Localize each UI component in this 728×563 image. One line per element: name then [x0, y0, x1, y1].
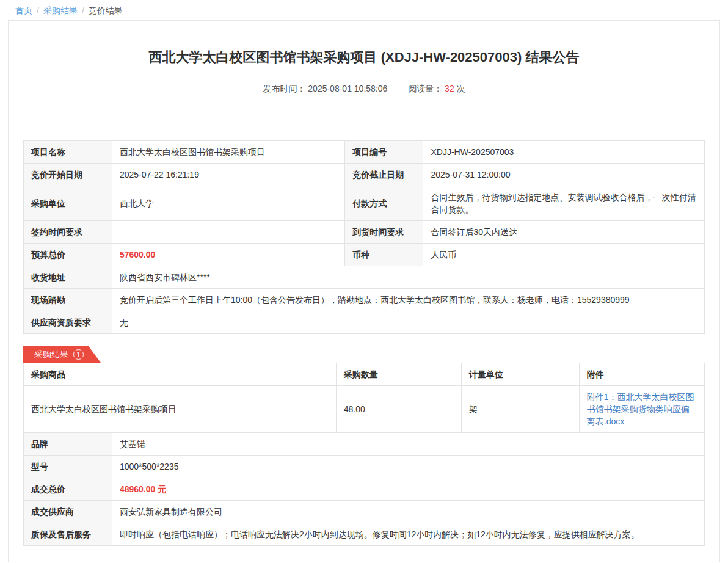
attachment-link[interactable]: 附件1：西北大学太白校区图书馆书架采购货物类响应偏离表.docx: [587, 392, 694, 426]
bid-end-value: 2025-07-31 12:00:00: [423, 164, 705, 186]
purchaser-label: 采购单位: [24, 186, 112, 221]
brand-value: 艾基锘: [112, 433, 704, 456]
signing-time-value: [112, 221, 344, 244]
currency-label: 币种: [345, 244, 423, 266]
breadcrumb-home-link[interactable]: 首页: [15, 5, 32, 15]
table-row: 型号 1000*500*2235: [24, 456, 705, 478]
read-count: 阅读量： 32 次: [408, 84, 465, 93]
project-name-label: 项目名称: [24, 141, 112, 164]
unit-value: 架: [461, 386, 579, 433]
currency-value: 人民币: [423, 244, 705, 266]
model-label: 型号: [24, 456, 112, 478]
quantity-column-header: 采购数量: [336, 363, 461, 386]
table-row: 质保及售后服务 即时响应（包括电话响应）；电话响应无法解决2小时内到达现场。修复…: [24, 523, 705, 546]
payment-method-value: 合同生效后，待货物到达指定地点、安装调试验收合格后，一次性付清合同货款。: [423, 186, 705, 221]
supplier-qualification-label: 供应商资质要求: [24, 311, 112, 334]
announcement-card: 西北大学太白校区图书馆书架采购项目 (XDJJ-HW-202507003) 结果…: [8, 20, 720, 562]
result-count-badge: 1: [73, 349, 84, 360]
breadcrumb-procurement-results-link[interactable]: 采购结果: [43, 5, 78, 15]
warranty-service-label: 质保及售后服务: [24, 523, 112, 546]
read-count-number: 32: [445, 84, 454, 93]
bid-start-label: 竞价开始日期: [24, 164, 112, 186]
model-value: 1000*500*2235: [112, 456, 704, 478]
table-row: 现场踏勘 竞价开启后第三个工作日上午10:00（包含公告发布日），踏勘地点：西北…: [24, 289, 705, 311]
delivery-time-label: 到货时间要求: [345, 221, 423, 244]
table-row: 签约时间要求 到货时间要求 合同签订后30天内送达: [24, 221, 705, 244]
delivery-address-label: 收货地址: [24, 266, 112, 289]
result-detail-table: 品牌 艾基锘 型号 1000*500*2235 成交总价 48960.00 元 …: [23, 432, 705, 546]
winning-supplier-label: 成交供应商: [24, 501, 112, 523]
table-header-row: 采购商品 采购数量 计量单位 附件: [24, 363, 705, 386]
table-row: 成交供应商 西安弘新家具制造有限公司: [24, 501, 705, 523]
publish-time: 发布时间： 2025-08-01 10:58:06: [263, 84, 387, 93]
attachment-cell: 附件1：西北大学太白校区图书馆书架采购货物类响应偏离表.docx: [579, 386, 704, 433]
winning-supplier-value: 西安弘新家具制造有限公司: [112, 501, 704, 523]
budget-total-value: 57600.00: [112, 244, 344, 266]
site-survey-label: 现场踏勘: [24, 289, 112, 311]
project-info-table: 项目名称 西北大学太白校区图书馆书架采购项目 项目编号 XDJJ-HW-2025…: [23, 140, 705, 334]
table-row: 成交总价 48960.00 元: [24, 478, 705, 501]
project-name-value: 西北大学太白校区图书馆书架采购项目: [112, 141, 344, 164]
delivery-time-value: 合同签订后30天内送达: [423, 221, 705, 244]
unit-column-header: 计量单位: [461, 363, 579, 386]
product-value: 西北大学太白校区图书馆书架采购项目: [24, 386, 337, 433]
brand-label: 品牌: [24, 433, 112, 456]
breadcrumb-separator: /: [37, 5, 39, 15]
procurement-result-table: 采购商品 采购数量 计量单位 附件 西北大学太白校区图书馆书架采购项目 48.0…: [23, 363, 705, 433]
quantity-value: 48.00: [336, 386, 461, 433]
signing-time-label: 签约时间要求: [24, 221, 112, 244]
announcement-content: 项目名称 西北大学太白校区图书馆书架采购项目 项目编号 XDJJ-HW-2025…: [9, 122, 719, 546]
breadcrumb: 首页/采购结果/竞价结果: [0, 0, 728, 20]
final-price-value: 48960.00 元: [112, 478, 704, 501]
bid-start-value: 2025-07-22 16:21:19: [112, 164, 344, 186]
site-survey-value: 竞价开启后第三个工作日上午10:00（包含公告发布日），踏勘地点：西北大学太白校…: [112, 289, 704, 311]
breadcrumb-current: 竞价结果: [89, 5, 123, 15]
payment-method-label: 付款方式: [345, 186, 423, 221]
table-row: 品牌 艾基锘: [24, 433, 705, 456]
project-number-value: XDJJ-HW-202507003: [423, 141, 705, 164]
table-row: 收货地址 陕西省西安市碑林区****: [24, 266, 705, 289]
product-column-header: 采购商品: [24, 363, 337, 386]
project-number-label: 项目编号: [345, 141, 423, 164]
purchaser-value: 西北大学: [112, 186, 344, 221]
warranty-service-value: 即时响应（包括电话响应）；电话响应无法解决2小时内到达现场。修复时间12小时内解…: [112, 523, 704, 546]
page-title: 西北大学太白校区图书馆书架采购项目 (XDJJ-HW-202507003) 结果…: [33, 49, 695, 65]
procurement-result-badge: 采购结果 1: [23, 346, 101, 363]
table-row: 供应商资质要求 无: [24, 311, 705, 334]
budget-total-label: 预算总价: [24, 244, 112, 266]
supplier-qualification-value: 无: [112, 311, 704, 334]
table-row: 竞价开始日期 2025-07-22 16:21:19 竞价截止日期 2025-0…: [24, 164, 705, 186]
table-row: 项目名称 西北大学太白校区图书馆书架采购项目 项目编号 XDJJ-HW-2025…: [24, 141, 705, 164]
delivery-address-value: 陕西省西安市碑林区****: [112, 266, 704, 289]
announcement-meta: 发布时间： 2025-08-01 10:58:06 阅读量： 32 次: [9, 84, 719, 95]
bid-end-label: 竞价截止日期: [345, 164, 423, 186]
attachment-column-header: 附件: [579, 363, 704, 386]
breadcrumb-separator: /: [82, 5, 84, 15]
procurement-result-badge-label: 采购结果: [34, 349, 68, 360]
table-row: 预算总价 57600.00 币种 人民币: [24, 244, 705, 266]
final-price-label: 成交总价: [24, 478, 112, 501]
table-row: 采购单位 西北大学 付款方式 合同生效后，待货物到达指定地点、安装调试验收合格后…: [24, 186, 705, 221]
table-row: 西北大学太白校区图书馆书架采购项目 48.00 架 附件1：西北大学太白校区图书…: [24, 386, 705, 433]
